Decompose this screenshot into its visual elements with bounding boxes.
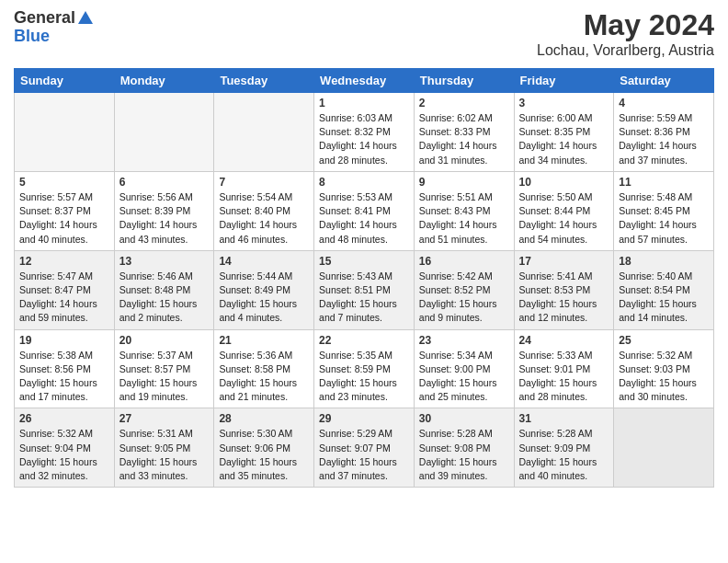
table-row: 8Sunrise: 5:53 AM Sunset: 8:41 PM Daylig… xyxy=(314,171,415,250)
day-info: Sunrise: 5:37 AM Sunset: 8:57 PM Dayligh… xyxy=(119,349,210,405)
day-number: 30 xyxy=(419,412,509,425)
day-number: 17 xyxy=(519,255,609,268)
day-number: 24 xyxy=(519,334,609,347)
table-row xyxy=(614,408,714,488)
table-row: 4Sunrise: 5:59 AM Sunset: 8:36 PM Daylig… xyxy=(614,92,714,171)
calendar-week-row: 12Sunrise: 5:47 AM Sunset: 8:47 PM Dayli… xyxy=(15,250,714,329)
table-row: 21Sunrise: 5:36 AM Sunset: 8:58 PM Dayli… xyxy=(214,329,314,408)
day-number: 9 xyxy=(419,176,509,189)
table-row: 7Sunrise: 5:54 AM Sunset: 8:40 PM Daylig… xyxy=(214,171,314,250)
table-row: 13Sunrise: 5:46 AM Sunset: 8:48 PM Dayli… xyxy=(114,250,214,329)
day-number: 22 xyxy=(319,334,409,347)
day-info: Sunrise: 5:56 AM Sunset: 8:39 PM Dayligh… xyxy=(119,190,210,247)
table-row: 2Sunrise: 6:02 AM Sunset: 8:33 PM Daylig… xyxy=(414,92,514,171)
day-number: 20 xyxy=(119,334,210,347)
day-number: 16 xyxy=(419,255,509,268)
day-number: 5 xyxy=(19,176,109,189)
header-thursday: Thursday xyxy=(414,68,514,92)
day-info: Sunrise: 5:48 AM Sunset: 8:45 PM Dayligh… xyxy=(619,190,709,247)
month-year-title: May 2024 xyxy=(537,9,714,41)
day-info: Sunrise: 5:33 AM Sunset: 9:01 PM Dayligh… xyxy=(519,349,609,405)
day-info: Sunrise: 5:41 AM Sunset: 8:53 PM Dayligh… xyxy=(519,270,609,326)
table-row: 30Sunrise: 5:28 AM Sunset: 9:08 PM Dayli… xyxy=(414,408,514,488)
header-saturday: Saturday xyxy=(614,68,714,92)
day-number: 6 xyxy=(119,176,210,189)
table-row: 1Sunrise: 6:03 AM Sunset: 8:32 PM Daylig… xyxy=(314,92,415,171)
logo: General Blue xyxy=(14,9,94,46)
day-number: 4 xyxy=(619,97,709,109)
table-row: 20Sunrise: 5:37 AM Sunset: 8:57 PM Dayli… xyxy=(114,329,214,408)
logo-blue-text: Blue xyxy=(14,28,50,46)
day-number: 28 xyxy=(219,412,309,425)
day-number: 7 xyxy=(219,176,309,189)
header-sunday: Sunday xyxy=(15,68,115,92)
day-info: Sunrise: 6:02 AM Sunset: 8:33 PM Dayligh… xyxy=(419,111,509,167)
table-row xyxy=(114,92,214,171)
table-row: 10Sunrise: 5:50 AM Sunset: 8:44 PM Dayli… xyxy=(514,171,614,250)
table-row: 22Sunrise: 5:35 AM Sunset: 8:59 PM Dayli… xyxy=(314,329,415,408)
day-number: 12 xyxy=(19,255,109,268)
table-row: 26Sunrise: 5:32 AM Sunset: 9:04 PM Dayli… xyxy=(15,408,115,488)
day-number: 25 xyxy=(619,334,709,347)
table-row: 18Sunrise: 5:40 AM Sunset: 8:54 PM Dayli… xyxy=(614,250,714,329)
table-row xyxy=(214,92,314,171)
day-number: 27 xyxy=(119,412,210,425)
day-info: Sunrise: 6:00 AM Sunset: 8:35 PM Dayligh… xyxy=(519,111,609,167)
table-row: 28Sunrise: 5:30 AM Sunset: 9:06 PM Dayli… xyxy=(214,408,314,488)
day-info: Sunrise: 5:50 AM Sunset: 8:44 PM Dayligh… xyxy=(519,190,609,247)
day-number: 18 xyxy=(619,255,709,268)
title-block: May 2024 Lochau, Vorarlberg, Austria xyxy=(537,9,714,61)
day-info: Sunrise: 5:28 AM Sunset: 9:08 PM Dayligh… xyxy=(419,427,509,483)
day-number: 14 xyxy=(219,255,309,268)
page-container: General Blue May 2024 Lochau, Vorarlberg… xyxy=(0,0,728,501)
calendar-week-row: 1Sunrise: 6:03 AM Sunset: 8:32 PM Daylig… xyxy=(15,92,714,171)
day-info: Sunrise: 5:42 AM Sunset: 8:52 PM Dayligh… xyxy=(419,270,509,326)
header-friday: Friday xyxy=(514,68,614,92)
header-wednesday: Wednesday xyxy=(314,68,415,92)
day-info: Sunrise: 5:51 AM Sunset: 8:43 PM Dayligh… xyxy=(419,190,509,247)
day-info: Sunrise: 5:47 AM Sunset: 8:47 PM Dayligh… xyxy=(19,270,109,326)
table-row: 3Sunrise: 6:00 AM Sunset: 8:35 PM Daylig… xyxy=(514,92,614,171)
day-info: Sunrise: 5:59 AM Sunset: 8:36 PM Dayligh… xyxy=(619,111,709,167)
day-info: Sunrise: 6:03 AM Sunset: 8:32 PM Dayligh… xyxy=(319,111,409,167)
calendar-table: Sunday Monday Tuesday Wednesday Thursday… xyxy=(14,68,714,488)
day-info: Sunrise: 5:43 AM Sunset: 8:51 PM Dayligh… xyxy=(319,270,409,326)
day-number: 2 xyxy=(419,97,509,109)
table-row xyxy=(15,92,115,171)
logo-general-text: General xyxy=(14,9,75,28)
calendar-header-row: Sunday Monday Tuesday Wednesday Thursday… xyxy=(15,68,714,92)
day-info: Sunrise: 5:40 AM Sunset: 8:54 PM Dayligh… xyxy=(619,270,709,326)
calendar-week-row: 26Sunrise: 5:32 AM Sunset: 9:04 PM Dayli… xyxy=(15,408,714,488)
table-row: 11Sunrise: 5:48 AM Sunset: 8:45 PM Dayli… xyxy=(614,171,714,250)
day-number: 11 xyxy=(619,176,709,189)
day-info: Sunrise: 5:32 AM Sunset: 9:03 PM Dayligh… xyxy=(619,349,709,405)
table-row: 31Sunrise: 5:28 AM Sunset: 9:09 PM Dayli… xyxy=(514,408,614,488)
day-info: Sunrise: 5:57 AM Sunset: 8:37 PM Dayligh… xyxy=(19,190,109,247)
day-number: 19 xyxy=(19,334,109,347)
day-number: 1 xyxy=(319,97,409,109)
day-info: Sunrise: 5:30 AM Sunset: 9:06 PM Dayligh… xyxy=(219,427,309,483)
header-tuesday: Tuesday xyxy=(214,68,314,92)
day-info: Sunrise: 5:36 AM Sunset: 8:58 PM Dayligh… xyxy=(219,349,309,405)
day-number: 13 xyxy=(119,255,210,268)
table-row: 16Sunrise: 5:42 AM Sunset: 8:52 PM Dayli… xyxy=(414,250,514,329)
table-row: 27Sunrise: 5:31 AM Sunset: 9:05 PM Dayli… xyxy=(114,408,214,488)
day-info: Sunrise: 5:32 AM Sunset: 9:04 PM Dayligh… xyxy=(19,427,109,483)
table-row: 12Sunrise: 5:47 AM Sunset: 8:47 PM Dayli… xyxy=(15,250,115,329)
table-row: 6Sunrise: 5:56 AM Sunset: 8:39 PM Daylig… xyxy=(114,171,214,250)
day-info: Sunrise: 5:34 AM Sunset: 9:00 PM Dayligh… xyxy=(419,349,509,405)
location-subtitle: Lochau, Vorarlberg, Austria xyxy=(537,41,714,61)
day-number: 23 xyxy=(419,334,509,347)
logo-icon xyxy=(77,9,94,26)
table-row: 17Sunrise: 5:41 AM Sunset: 8:53 PM Dayli… xyxy=(514,250,614,329)
day-info: Sunrise: 5:44 AM Sunset: 8:49 PM Dayligh… xyxy=(219,270,309,326)
table-row: 24Sunrise: 5:33 AM Sunset: 9:01 PM Dayli… xyxy=(514,329,614,408)
table-row: 19Sunrise: 5:38 AM Sunset: 8:56 PM Dayli… xyxy=(15,329,115,408)
table-row: 25Sunrise: 5:32 AM Sunset: 9:03 PM Dayli… xyxy=(614,329,714,408)
day-info: Sunrise: 5:38 AM Sunset: 8:56 PM Dayligh… xyxy=(19,349,109,405)
table-row: 23Sunrise: 5:34 AM Sunset: 9:00 PM Dayli… xyxy=(414,329,514,408)
svg-marker-0 xyxy=(78,11,93,24)
day-info: Sunrise: 5:31 AM Sunset: 9:05 PM Dayligh… xyxy=(119,427,210,483)
table-row: 5Sunrise: 5:57 AM Sunset: 8:37 PM Daylig… xyxy=(15,171,115,250)
table-row: 14Sunrise: 5:44 AM Sunset: 8:49 PM Dayli… xyxy=(214,250,314,329)
